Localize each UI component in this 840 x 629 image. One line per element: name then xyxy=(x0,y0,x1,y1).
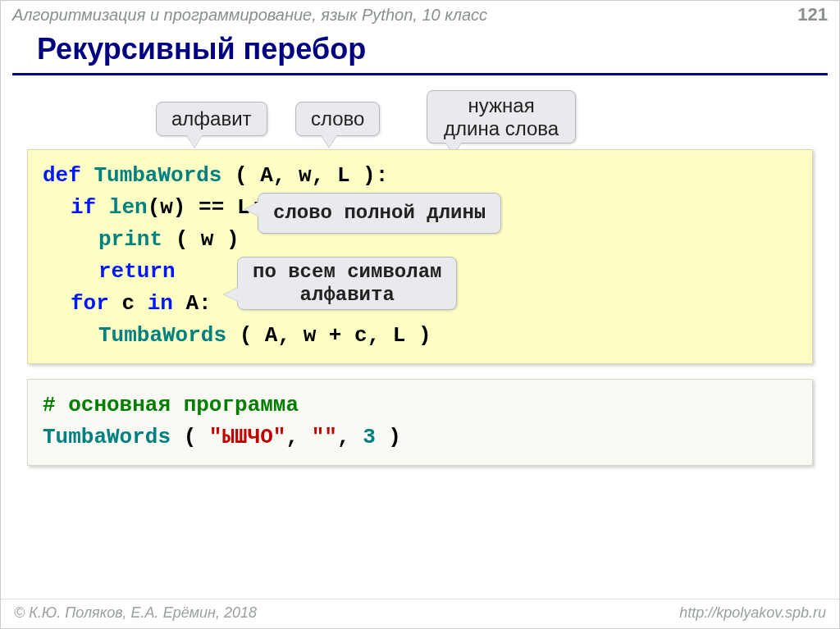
callout-text: нужная длина слова xyxy=(444,94,559,139)
code-line: def TumbaWords ( A, w, L ): xyxy=(43,160,797,192)
callout-text: алфавит xyxy=(171,107,252,130)
callout-text: слово полной длины xyxy=(273,202,486,224)
callout-word: слово xyxy=(295,102,380,136)
kw-len: len xyxy=(109,195,148,220)
paren-open: ( xyxy=(184,425,197,449)
print-args: ( w ) xyxy=(176,227,240,252)
header-bar: Алгоритмизация и программирование, язык … xyxy=(1,1,839,27)
recur-args: ( A, w + c, L ) xyxy=(240,323,431,348)
eq: == xyxy=(199,195,224,220)
code-block-function: def TumbaWords ( A, w, L ): if len(w) ==… xyxy=(27,149,813,364)
copyright-text: © К.Ю. Поляков, Е.А. Ерёмин, 2018 xyxy=(14,604,257,622)
comment: # основная программа xyxy=(43,393,299,417)
page-title: Рекурсивный перебор xyxy=(12,27,828,75)
fn-call: TumbaWords xyxy=(43,425,171,449)
len-args: (w) xyxy=(148,195,186,220)
code-line: TumbaWords ( "ЫШЧО", "", 3 ) xyxy=(43,422,797,454)
callout-text: слово xyxy=(311,107,364,130)
callout-alphabet: алфавит xyxy=(156,102,267,136)
kw-for: for xyxy=(71,291,109,316)
page-number: 121 xyxy=(797,4,828,25)
callout-all-chars: по всем символам алфавита xyxy=(237,257,457,310)
kw-in: in xyxy=(148,291,173,316)
code-line: # основная программа xyxy=(43,390,797,422)
comma: , xyxy=(337,425,350,449)
content-area: алфавит слово нужная длина слова def Tum… xyxy=(1,92,839,466)
callout-row: алфавит слово нужная длина слова xyxy=(12,92,828,149)
fn-recur: TumbaWords xyxy=(98,323,226,348)
code-block-main: # основная программа TumbaWords ( "ЫШЧО"… xyxy=(27,379,813,466)
comma: , xyxy=(285,425,299,449)
paren-close: ) xyxy=(388,425,401,449)
fn-name: TumbaWords xyxy=(94,163,221,188)
str-literal: "ЫШЧО" xyxy=(209,425,286,449)
var-c: c xyxy=(121,291,135,316)
kw-return: return xyxy=(98,259,176,284)
code-params: ( A, w, L ): xyxy=(235,163,388,188)
callout-length: нужная длина слова xyxy=(427,90,576,144)
kw-if: if xyxy=(71,195,96,220)
callout-full-word: слово полной длины xyxy=(258,193,501,234)
footer-url: http://kpolyakov.spb.ru xyxy=(679,604,826,622)
kw-def: def xyxy=(43,163,81,188)
callout-text: по всем символам алфавита xyxy=(253,261,441,306)
var-A: A: xyxy=(185,291,211,316)
num-literal: 3 xyxy=(363,425,376,449)
code-line: TumbaWords ( A, w + c, L ) xyxy=(43,320,797,352)
subject-text: Алгоритмизация и программирование, язык … xyxy=(12,6,487,25)
kw-print: print xyxy=(98,227,162,252)
str-literal: "" xyxy=(312,425,337,449)
footer-bar: © К.Ю. Поляков, Е.А. Ерёмин, 2018 http:/… xyxy=(1,599,839,628)
